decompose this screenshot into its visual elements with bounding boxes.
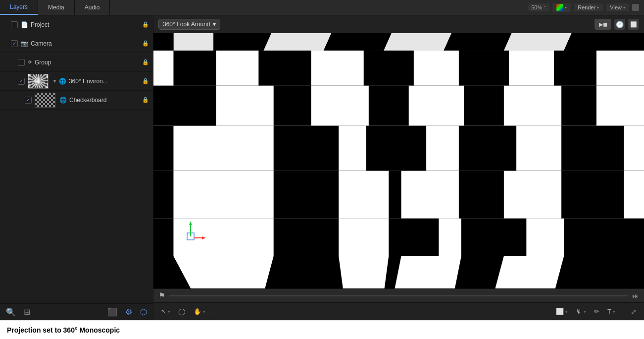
layer-lock-checker: 🔒 [142, 97, 149, 103]
canvas-icon-btn-rect[interactable]: ⬜ [628, 19, 639, 30]
hand-tool-btn[interactable]: ✋ ▾ [191, 307, 208, 316]
layer-checkbox-group[interactable] [18, 59, 25, 66]
tab-media[interactable]: Media [38, 0, 75, 15]
svg-rect-38 [153, 219, 173, 256]
view-label: View [610, 4, 622, 10]
view-dropdown[interactable]: 360° Look Around ▾ [158, 19, 220, 30]
status-bar: Projection set to 360° Monoscopic [0, 320, 644, 339]
tab-layers[interactable]: Layers [0, 0, 38, 15]
svg-marker-44 [173, 256, 273, 288]
layer-item-project[interactable]: 📄 Project 🔒 [0, 15, 153, 34]
canvas-bottom-toolbar: ↖ ▾ ◯ ✋ ▾ ⬜ ▾ 🎙 ▾ ✏ T [153, 302, 644, 320]
svg-rect-17 [459, 51, 509, 86]
canvas-top-bar: 360° Look Around ▾ ▶◼ 🕐 ⬜ [153, 15, 644, 33]
layer-name-env360: 360° Environ... [69, 78, 140, 85]
svg-rect-41 [461, 219, 526, 256]
layer-lock-project: 🔒 [142, 21, 149, 28]
project-icon: 📄 [21, 21, 28, 28]
mic-tool-chevron: ▾ [584, 309, 586, 314]
color-btn[interactable]: ▾ [552, 3, 571, 12]
layer-checkbox-env360[interactable] [18, 78, 25, 85]
view-dropdown-chevron: ▾ [213, 21, 216, 28]
status-text: Projection set to 360° Monoscopic [7, 326, 120, 334]
main-area: 📄 Project 🔒 📷 Camera 🔒 ✈ Group 🔒 [0, 15, 644, 320]
select-rect-btn[interactable]: ⬛ [105, 306, 119, 318]
svg-marker-46 [394, 256, 461, 288]
env360-icon: 🌐 [59, 78, 66, 85]
svg-rect-35 [504, 171, 561, 219]
layer-item-checkerboard[interactable]: 🌐 Checkerboard 🔒 [0, 91, 153, 110]
svg-marker-6 [213, 33, 273, 51]
export-btn[interactable]: ⬡ [138, 306, 149, 318]
layer-item-env360[interactable]: ▼ 🌐 360° Environ... 🔒 [0, 72, 153, 91]
canvas-icon-btn-clock[interactable]: 🕐 [614, 19, 625, 30]
canvas-viewport [153, 33, 644, 288]
screen-tool-chevron: ▾ [565, 309, 568, 314]
top-bar: Layers Media Audio 50% ⌃ ▾ Render ▾ View… [0, 0, 644, 15]
clock-icon: 🕐 [616, 21, 624, 28]
expand-btn[interactable]: ⤢ [628, 307, 639, 317]
layer-thumb-checker [35, 93, 55, 108]
svg-rect-26 [153, 126, 173, 171]
tab-group: Layers Media Audio [0, 0, 110, 15]
thumb-checker-icon [35, 93, 55, 107]
scrubber-flag-start: ⚑ [158, 291, 165, 300]
select-tool-btn[interactable]: ↖ ▾ [158, 307, 173, 316]
layer-arrow-env360: ▼ [52, 79, 57, 84]
layer-thumb-env360 [28, 74, 49, 89]
toolbar-separator-1 [213, 307, 213, 317]
svg-rect-16 [364, 51, 414, 86]
zoom-control[interactable]: 50% ⌃ [528, 3, 549, 11]
svg-marker-7 [263, 33, 334, 51]
svg-rect-23 [504, 86, 561, 126]
shapes-tool-btn[interactable]: ◯ [176, 307, 188, 316]
view-dropdown-label: 360° Look Around [163, 21, 210, 28]
mic-tool-icon: 🎙 [576, 308, 582, 315]
layer-checkbox-project[interactable] [11, 21, 18, 28]
layer-lock-camera: 🔒 [142, 40, 149, 47]
hand-tool-icon: ✋ [194, 308, 201, 315]
render-btn[interactable]: Render ▾ [574, 3, 603, 11]
grid-btn[interactable]: ⊞ [22, 306, 32, 318]
checkerboard-icon: 🌐 [59, 97, 67, 104]
text-tool-icon: T [607, 308, 611, 315]
layer-item-group[interactable]: ✈ Group 🔒 [0, 53, 153, 72]
canvas-icon-btn-1[interactable]: ▶◼ [594, 19, 611, 30]
scrubber-end-icon: ⏭ [632, 292, 639, 300]
search-btn[interactable]: 🔍 [4, 306, 18, 318]
layer-checkbox-checker[interactable] [25, 97, 32, 104]
canvas-play-icon: ▶◼ [599, 21, 607, 28]
view-chevron: ▾ [623, 5, 625, 10]
canvas-area: 360° Look Around ▾ ▶◼ 🕐 ⬜ [153, 15, 644, 320]
top-bar-right: 50% ⌃ ▾ Render ▾ View ▾ [528, 3, 644, 12]
canvas-scrubber[interactable]: ⚑ ⏭ [153, 288, 644, 302]
svg-marker-11 [504, 33, 574, 51]
svg-rect-32 [173, 171, 273, 219]
window-btn[interactable] [632, 4, 639, 11]
layer-name-camera: Camera [31, 40, 140, 47]
screen-tool-btn[interactable]: ⬜ ▾ [553, 307, 570, 316]
left-bottom-toolbar: 🔍 ⊞ ⬛ ⚙ ⬡ [0, 303, 153, 320]
svg-marker-47 [494, 256, 564, 288]
layer-item-camera[interactable]: 📷 Camera 🔒 [0, 34, 153, 53]
canvas-top-right: ▶◼ 🕐 ⬜ [594, 19, 639, 30]
scrubber-line[interactable] [169, 295, 628, 296]
svg-marker-45 [339, 256, 389, 288]
tab-audio[interactable]: Audio [75, 0, 110, 15]
view-btn[interactable]: View ▾ [606, 3, 629, 11]
svg-marker-5 [173, 33, 213, 51]
pen-tool-btn[interactable]: ✏ [592, 307, 602, 316]
text-tool-chevron: ▾ [613, 309, 615, 314]
svg-rect-42 [564, 219, 644, 256]
layer-lock-group: 🔒 [142, 59, 149, 65]
layer-checkbox-camera[interactable] [11, 40, 18, 47]
text-tool-btn[interactable]: T ▾ [605, 307, 618, 316]
layer-name-project: Project [31, 21, 140, 28]
settings-btn[interactable]: ⚙ [123, 306, 134, 318]
left-panel: 📄 Project 🔒 📷 Camera 🔒 ✈ Group 🔒 [0, 15, 153, 320]
mic-tool-btn[interactable]: 🎙 ▾ [573, 307, 589, 316]
tab-audio-label: Audio [85, 4, 100, 11]
svg-rect-21 [311, 86, 369, 126]
tab-media-label: Media [48, 4, 64, 11]
screen-tool-icon: ⬜ [556, 308, 564, 315]
